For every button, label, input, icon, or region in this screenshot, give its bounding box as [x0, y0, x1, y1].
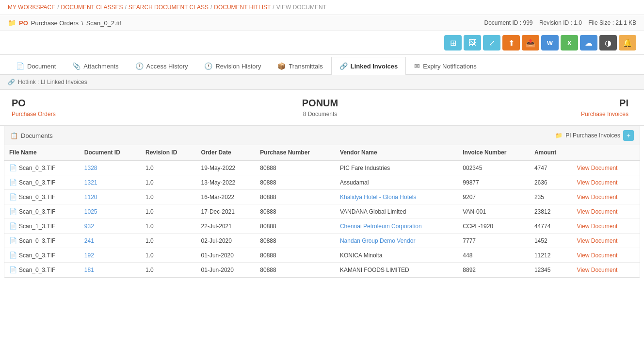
tab-document[interactable]: 📄 Document	[8, 57, 64, 75]
cell-rev-id: 1.0	[141, 248, 196, 263]
view-document-link[interactable]: View Document	[577, 208, 618, 215]
doc-id-link[interactable]: 1025	[84, 208, 97, 215]
folder-icon: 📁	[8, 19, 16, 27]
col-header-file-name: File Name	[4, 145, 80, 160]
vendor-name: KAMANI FOODS LIMITED	[340, 267, 409, 273]
expand-button[interactable]: ⤢	[483, 35, 500, 51]
tab-expiry-notifications[interactable]: ✉ Expiry Notifications	[406, 57, 485, 75]
docs-header-left: 📋 Documents	[10, 132, 53, 139]
add-pi-button[interactable]: +	[623, 130, 634, 141]
cell-doc-id[interactable]: 1328	[80, 160, 141, 175]
toolbar: ⊞ 🖼 ⤢ ⬆ 📤 W X ☁ ◑ 🔔	[0, 31, 644, 55]
summary-center-title: PONUM	[223, 98, 418, 109]
view-document-link[interactable]: View Document	[577, 179, 618, 186]
vendor-name[interactable]: Nandan Group Demo Vendor	[340, 237, 415, 244]
word-button[interactable]: W	[541, 35, 559, 51]
cell-doc-id[interactable]: 932	[80, 219, 141, 234]
tab-revision-history[interactable]: 🕐 Revision History	[196, 57, 269, 75]
vendor-name[interactable]: Khalidya Hotel - Gloria Hotels	[340, 194, 416, 201]
tab-linked-invoices[interactable]: 🔗 Linked Invoices	[331, 57, 406, 75]
cell-rev-id: 1.0	[141, 160, 196, 175]
tab-expiry-notifications-label: Expiry Notifications	[423, 63, 477, 70]
bell-button[interactable]: 🔔	[619, 35, 636, 51]
view-document-link[interactable]: View Document	[577, 267, 618, 273]
doc-id-link[interactable]: 192	[84, 252, 94, 259]
tab-attachments-label: Attachments	[83, 63, 118, 70]
breadcrumb-my-workspace[interactable]: MY WORKSPACE	[8, 4, 55, 11]
cell-purchase-num: 80888	[255, 234, 335, 248]
view-document-link[interactable]: View Document	[577, 165, 618, 171]
cell-rev-id: 1.0	[141, 219, 196, 234]
cell-amount: 44774	[530, 219, 572, 234]
summary-left: PO Purchase Orders	[8, 98, 215, 118]
upload2-button[interactable]: 📤	[522, 35, 539, 51]
view-document-link[interactable]: View Document	[577, 237, 618, 244]
doc-class-name: Purchase Orders	[31, 19, 79, 27]
tabs-container: 📄 Document 📎 Attachments 🕐 Access Histor…	[0, 57, 644, 75]
doc-id-link[interactable]: 241	[84, 237, 94, 244]
cell-vendor-name[interactable]: Chennai Petroleum Corporation	[335, 219, 458, 234]
summary-left-title: PO	[12, 98, 207, 109]
breadcrumb-search-doc-class[interactable]: SEARCH DOCUMENT CLASS	[129, 4, 209, 11]
cell-action[interactable]: View Document	[572, 248, 640, 263]
cell-vendor-name[interactable]: Khalidya Hotel - Gloria Hotels	[335, 190, 458, 204]
cloud-button[interactable]: ☁	[580, 35, 597, 51]
cell-action[interactable]: View Document	[572, 160, 640, 175]
file-size-label: File Size : 21.1 KB	[588, 19, 636, 26]
cell-file-name: 📄 Scan_0_3.TIF	[4, 204, 80, 219]
cell-invoice-num: 7777	[458, 234, 530, 248]
image-view-button[interactable]: 🖼	[464, 35, 481, 51]
grid-view-button[interactable]: ⊞	[444, 35, 462, 51]
cell-doc-id[interactable]: 181	[80, 263, 141, 277]
file-name: Scan_0_2.tif	[86, 19, 121, 27]
cell-action[interactable]: View Document	[572, 175, 640, 190]
doc-id-link[interactable]: 1328	[84, 165, 97, 171]
hotlink-bar: 🔗 Hotlink : LI Linked Invoices	[0, 75, 644, 90]
view-document-link[interactable]: View Document	[577, 194, 618, 201]
tab-access-history[interactable]: 🕐 Access History	[127, 57, 196, 75]
cell-vendor-name[interactable]: Nandan Group Demo Vendor	[335, 234, 458, 248]
view-document-link[interactable]: View Document	[577, 223, 618, 230]
cell-invoice-num: 8892	[458, 263, 530, 277]
cell-doc-id[interactable]: 1120	[80, 190, 141, 204]
cell-action[interactable]: View Document	[572, 219, 640, 234]
tab-transmittals[interactable]: 📦 Transmittals	[269, 57, 331, 75]
vendor-name: VANDANA Global Limited	[340, 208, 406, 215]
cell-purchase-num: 80888	[255, 175, 335, 190]
view-document-link[interactable]: View Document	[577, 252, 618, 259]
doc-id-link[interactable]: 181	[84, 267, 94, 273]
file-doc-icon: 📄	[9, 237, 17, 244]
doc-id-link[interactable]: 1120	[84, 194, 97, 201]
cell-doc-id[interactable]: 1321	[80, 175, 141, 190]
cell-order-date: 01-Jun-2020	[196, 263, 256, 277]
doc-id-link[interactable]: 932	[84, 223, 94, 230]
vendor-name[interactable]: Chennai Petroleum Corporation	[340, 223, 422, 230]
upload-button[interactable]: ⬆	[502, 35, 520, 51]
cell-amount: 12345	[530, 263, 572, 277]
breadcrumb-document-classes[interactable]: DOCUMENT CLASSES	[61, 4, 123, 11]
tab-attachments[interactable]: 📎 Attachments	[64, 57, 127, 75]
chart-button[interactable]: ◑	[599, 35, 617, 51]
cell-action[interactable]: View Document	[572, 190, 640, 204]
breadcrumb-doc-hitlist[interactable]: DOCUMENT HITLIST	[214, 4, 271, 11]
pi-folder-icon: 📁	[555, 132, 563, 139]
cell-purchase-num: 80888	[255, 204, 335, 219]
cell-amount: 4747	[530, 160, 572, 175]
documents-header: 📋 Documents 📁 PI Purchase Invoices +	[4, 126, 640, 145]
col-header-invoice-num: Invoice Number	[458, 145, 530, 160]
file-doc-icon: 📄	[9, 252, 17, 259]
cell-doc-id[interactable]: 192	[80, 248, 141, 263]
pi-label: PI Purchase Invoices	[565, 132, 620, 139]
cell-doc-id[interactable]: 1025	[80, 204, 141, 219]
cell-action[interactable]: View Document	[572, 234, 640, 248]
cell-doc-id[interactable]: 241	[80, 234, 141, 248]
excel-button[interactable]: X	[561, 35, 578, 51]
doc-id-link[interactable]: 1321	[84, 179, 97, 186]
tab-document-label: Document	[27, 63, 56, 70]
col-header-order-date: Order Date	[196, 145, 256, 160]
cell-action[interactable]: View Document	[572, 263, 640, 277]
file-doc-icon: 📄	[9, 164, 17, 171]
cell-action[interactable]: View Document	[572, 204, 640, 219]
cell-vendor-name: KAMANI FOODS LIMITED	[335, 263, 458, 277]
table-header-row: File Name Document ID Revision ID Order …	[4, 145, 640, 160]
